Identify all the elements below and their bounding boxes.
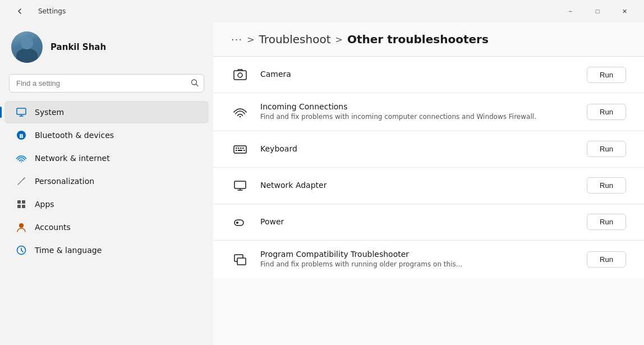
- network-adapter-run-button[interactable]: Run: [587, 177, 626, 194]
- svg-rect-16: [234, 71, 246, 80]
- svg-rect-21: [238, 148, 240, 149]
- svg-rect-23: [242, 148, 244, 149]
- svg-rect-11: [22, 205, 25, 208]
- sidebar-item-accounts[interactable]: Accounts: [4, 216, 209, 238]
- power-run-button[interactable]: Run: [587, 214, 626, 230]
- search-icon: [191, 79, 199, 88]
- camera-info: Camera: [260, 70, 576, 80]
- program-compatibility-desc: Find and fix problems with running older…: [260, 260, 576, 269]
- sidebar-item-personalization-label: Personalization: [35, 177, 94, 186]
- troubleshooter-keyboard: Keyboard Run: [213, 131, 644, 168]
- app-body: Pankil Shah: [0, 22, 644, 345]
- incoming-connections-desc: Find and fix problems with incoming comp…: [260, 112, 576, 122]
- keyboard-icon: [231, 140, 249, 158]
- svg-rect-25: [238, 150, 242, 151]
- troubleshooter-power: Power Run: [213, 204, 644, 241]
- network-adapter-name: Network Adapter: [260, 181, 576, 190]
- system-icon: [16, 107, 27, 118]
- power-info: Power: [260, 217, 576, 227]
- incoming-connections-run-button[interactable]: Run: [587, 104, 626, 120]
- network-adapter-icon: [231, 177, 249, 195]
- breadcrumb-sep-2: >: [335, 34, 343, 45]
- app-title: Settings: [38, 7, 66, 15]
- breadcrumb: ··· > Troubleshoot > Other troubleshoote…: [213, 22, 644, 57]
- network-icon: [16, 153, 27, 164]
- svg-text:ʙ: ʙ: [19, 132, 24, 140]
- program-compatibility-run-button[interactable]: Run: [587, 251, 626, 268]
- keyboard-name: Keyboard: [260, 144, 576, 153]
- user-section: Pankil Shah: [0, 22, 213, 74]
- svg-rect-30: [234, 220, 243, 226]
- svg-line-1: [196, 84, 199, 86]
- svg-rect-20: [236, 148, 237, 149]
- sidebar: Pankil Shah: [0, 22, 213, 345]
- breadcrumb-sep-1: >: [247, 34, 254, 45]
- breadcrumb-troubleshoot-link[interactable]: Troubleshoot: [259, 33, 331, 46]
- title-bar: Settings − □ ✕: [0, 0, 644, 22]
- breadcrumb-current: Other troubleshooters: [347, 33, 489, 46]
- sidebar-item-bluetooth[interactable]: ʙ Bluetooth & devices: [4, 124, 209, 146]
- svg-point-31: [236, 222, 238, 224]
- search-box: [9, 74, 204, 93]
- apps-icon: [16, 199, 27, 210]
- camera-icon: [231, 66, 249, 84]
- power-name: Power: [260, 217, 576, 226]
- svg-rect-19: [234, 146, 246, 153]
- svg-point-18: [240, 116, 241, 117]
- incoming-connections-name: Incoming Connections: [260, 102, 576, 111]
- incoming-connections-icon: [231, 103, 249, 121]
- svg-rect-24: [236, 150, 237, 151]
- svg-rect-8: [17, 200, 21, 204]
- nav-items: System ʙ Bluetooth & devices: [0, 100, 213, 262]
- svg-rect-9: [22, 200, 25, 204]
- sidebar-item-personalization[interactable]: Personalization: [4, 170, 209, 192]
- svg-point-17: [238, 73, 242, 77]
- sidebar-item-apps[interactable]: Apps: [4, 193, 209, 215]
- sidebar-item-system[interactable]: System: [4, 101, 209, 123]
- back-button[interactable]: [7, 2, 33, 20]
- network-adapter-info: Network Adapter: [260, 181, 576, 191]
- program-compatibility-name: Program Compatibility Troubleshooter: [260, 250, 576, 259]
- personalization-icon: [16, 176, 27, 187]
- window-controls: − □ ✕: [558, 2, 637, 20]
- svg-rect-27: [234, 181, 246, 188]
- search-input[interactable]: [9, 74, 204, 93]
- accounts-icon: [16, 222, 27, 233]
- keyboard-run-button[interactable]: Run: [587, 141, 626, 157]
- troubleshooter-network-adapter: Network Adapter Run: [213, 168, 644, 204]
- power-icon: [231, 213, 249, 231]
- svg-line-15: [21, 250, 23, 252]
- program-compatibility-info: Program Compatibility Troubleshooter Fin…: [260, 250, 576, 269]
- camera-run-button[interactable]: Run: [587, 67, 626, 83]
- sidebar-item-apps-label: Apps: [35, 200, 54, 209]
- sidebar-item-system-label: System: [35, 108, 64, 117]
- close-button[interactable]: ✕: [611, 2, 637, 20]
- camera-name: Camera: [260, 70, 576, 79]
- svg-point-7: [21, 162, 22, 163]
- sidebar-item-accounts-label: Accounts: [35, 223, 71, 232]
- breadcrumb-more[interactable]: ···: [231, 34, 242, 45]
- user-name: Pankil Shah: [50, 42, 106, 52]
- time-icon: [16, 245, 27, 256]
- avatar[interactable]: [11, 31, 43, 63]
- sidebar-item-time-label: Time & language: [35, 246, 102, 255]
- bluetooth-icon: ʙ: [16, 130, 27, 141]
- svg-point-12: [19, 223, 24, 228]
- sidebar-item-network-label: Network & internet: [35, 154, 110, 163]
- troubleshooter-program-compatibility: Program Compatibility Troubleshooter Fin…: [213, 241, 644, 278]
- troubleshooter-camera: Camera Run: [213, 57, 644, 93]
- sidebar-item-time[interactable]: Time & language: [4, 239, 209, 261]
- sidebar-item-bluetooth-label: Bluetooth & devices: [35, 131, 114, 140]
- keyboard-info: Keyboard: [260, 144, 576, 154]
- minimize-button[interactable]: −: [558, 2, 583, 20]
- incoming-connections-info: Incoming Connections Find and fix proble…: [260, 102, 576, 122]
- main-content: ··· > Troubleshoot > Other troubleshoote…: [213, 22, 644, 345]
- svg-rect-2: [17, 108, 26, 114]
- maximize-button[interactable]: □: [585, 2, 610, 20]
- troubleshooter-incoming-connections: Incoming Connections Find and fix proble…: [213, 93, 644, 131]
- title-bar-left: Settings: [7, 2, 66, 20]
- svg-rect-10: [17, 205, 21, 208]
- sidebar-item-network[interactable]: Network & internet: [4, 147, 209, 169]
- svg-rect-33: [237, 258, 246, 265]
- svg-rect-26: [243, 150, 245, 151]
